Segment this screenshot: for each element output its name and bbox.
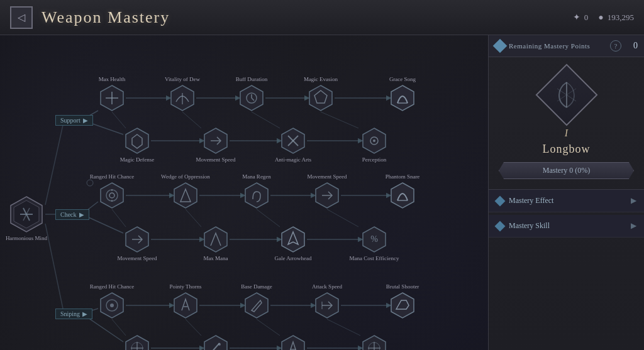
svg-marker-70 — [101, 183, 123, 208]
node-ranged-crit-1[interactable]: Ranged Critical HitChance — [123, 334, 151, 350]
hex-harmonious-mind — [8, 195, 45, 233]
node-attack-speed[interactable]: Attack Speed — [313, 292, 341, 319]
svg-line-25 — [327, 209, 358, 227]
stat-gold: ● 193,295 — [598, 13, 634, 23]
branch-support-arrow: ▶ — [83, 117, 88, 124]
weapon-icon-area — [535, 70, 598, 120]
mastery-points-row: Remaining Mastery Points ? 0 — [489, 35, 644, 57]
svg-line-10 — [182, 112, 201, 128]
node-magic-evasion[interactable]: Magic Evasion — [307, 84, 335, 112]
branch-check-label: Check — [60, 211, 77, 218]
node-max-health[interactable]: Max Health — [98, 84, 126, 112]
svg-marker-81 — [204, 227, 227, 252]
mastery-skill-section[interactable]: Mastery Skill ▶ — [489, 215, 644, 238]
node-mana-cost-efficiency[interactable]: % Mana Cost Efficiency — [360, 226, 388, 253]
svg-text:%: % — [370, 234, 378, 244]
svg-point-69 — [373, 139, 375, 142]
svg-line-38 — [327, 319, 360, 336]
svg-marker-92 — [391, 293, 414, 318]
svg-line-41 — [45, 224, 63, 309]
node-anti-magic-arts[interactable]: Anti-magic Arts — [279, 127, 307, 155]
svg-marker-57 — [309, 85, 332, 111]
branch-support[interactable]: Support ▶ — [55, 115, 93, 126]
node-grace-song[interactable]: Grace Song — [389, 84, 416, 112]
svg-line-37 — [257, 319, 280, 336]
svg-line-39 — [45, 125, 63, 205]
svg-point-42 — [87, 180, 93, 186]
mastery-skill-arrow: ▶ — [631, 221, 636, 231]
weapon-icon-svg — [551, 79, 582, 111]
node-max-mana[interactable]: Max Mana — [202, 226, 230, 253]
svg-line-36 — [186, 319, 201, 336]
node-movement-speed-1[interactable]: Movement Speed — [202, 127, 230, 155]
node-ranged-hit-chance-1[interactable]: Ranged Hit Chance — [98, 182, 126, 209]
svg-marker-59 — [391, 85, 414, 111]
mastery-points-help[interactable]: ? — [610, 40, 621, 52]
svg-line-11 — [252, 112, 280, 128]
node-buff-duration[interactable]: Buff Duration — [238, 84, 265, 112]
node-pointy-thorns[interactable]: Pointy Thorns — [172, 292, 199, 319]
node-mana-regen[interactable]: Mana Regen — [243, 182, 270, 209]
svg-line-35 — [112, 319, 126, 336]
mastery-effect-section[interactable]: Mastery Effect ▶ — [489, 190, 644, 212]
mastery-bar: Mastery 0 (0%) — [499, 162, 634, 179]
mastery-skill-icon — [495, 221, 506, 231]
branch-sniping-label: Sniping — [60, 310, 80, 317]
back-icon: ◁ — [18, 11, 25, 23]
svg-marker-78 — [391, 183, 414, 208]
header: ◁ Weapon Mastery ✦ 0 ● 193,295 — [0, 0, 644, 35]
mastery-points-value: 0 — [625, 41, 638, 51]
weapon-rank: I — [565, 128, 568, 139]
node-ranged-crit-2[interactable]: Ranged Critical HitChance — [360, 334, 388, 350]
svg-marker-89 — [245, 293, 268, 318]
mastery-skill-label: Mastery Skill — [509, 221, 626, 231]
node-movement-speed-3[interactable]: Movement Speed — [123, 226, 151, 253]
mastery-effect-label: Mastery Effect — [509, 196, 626, 205]
weapon-name: Longbow — [543, 143, 591, 156]
mastery-bar-label: Mastery 0 (0%) — [543, 166, 590, 175]
branch-sniping[interactable]: Sniping ▶ — [55, 309, 92, 319]
node-bonus-damage[interactable]: Bonus Damage — [202, 334, 230, 350]
node-ranged-hit-chance-2[interactable]: Ranged Hit Chance — [98, 292, 126, 319]
svg-point-99 — [218, 343, 221, 346]
svg-line-23 — [186, 209, 201, 227]
node-phantom-snare[interactable]: Phantom Snare — [389, 182, 416, 209]
node-magic-defense[interactable]: Magic Defense — [123, 127, 151, 155]
svg-line-9 — [112, 112, 126, 128]
mastery-effect-icon — [495, 195, 506, 206]
svg-marker-61 — [126, 128, 148, 153]
main-content: Harmonious Mind Support ▶ Check ▶ Snipin… — [0, 35, 644, 350]
currency-value: 0 — [584, 13, 589, 23]
skill-tree[interactable]: Harmonious Mind Support ▶ Check ▶ Snipin… — [0, 35, 488, 350]
back-button[interactable]: ◁ — [10, 6, 33, 29]
header-stats: ✦ 0 ● 193,295 — [573, 12, 634, 23]
svg-line-22 — [112, 209, 126, 227]
node-gale-arrowhead[interactable]: Gale Arrowhead — [279, 226, 307, 253]
mastery-points-icon — [493, 39, 508, 53]
gold-value: 193,295 — [608, 13, 634, 23]
node-vitality-of-dew[interactable]: Vitality of Dew — [169, 84, 196, 112]
branch-support-label: Support — [60, 117, 80, 124]
node-harmonious-mind[interactable]: Harmonious Mind — [8, 195, 45, 233]
mastery-effect-arrow: ▶ — [631, 196, 636, 205]
svg-line-12 — [321, 112, 358, 128]
node-wedge-of-oppression[interactable]: Wedge of Oppression — [172, 182, 199, 209]
svg-point-87 — [110, 304, 114, 307]
page-title: Weapon Mastery — [42, 8, 170, 27]
right-panel: Remaining Mastery Points ? 0 I Longbo — [488, 35, 644, 350]
node-base-damage[interactable]: Base Damage — [243, 292, 270, 319]
node-movement-speed-2[interactable]: Movement Speed — [313, 182, 341, 209]
branch-sniping-arrow: ▶ — [82, 310, 87, 317]
mastery-points-label: Remaining Mastery Points — [509, 42, 606, 50]
node-perception[interactable]: Perception — [360, 127, 388, 155]
node-critical-nock[interactable]: Critical Nock — [279, 334, 307, 350]
stat-currency: ✦ 0 — [573, 12, 589, 23]
node-brutal-shooter[interactable]: Brutal Shooter — [389, 292, 416, 319]
svg-line-24 — [257, 209, 280, 227]
branch-check-arrow: ▶ — [79, 211, 84, 218]
svg-marker-88 — [174, 293, 197, 318]
svg-marker-76 — [245, 183, 268, 208]
svg-marker-75 — [174, 183, 197, 208]
weapon-card: I Longbow Mastery 0 (0%) — [489, 57, 644, 190]
branch-check[interactable]: Check ▶ — [55, 209, 89, 220]
